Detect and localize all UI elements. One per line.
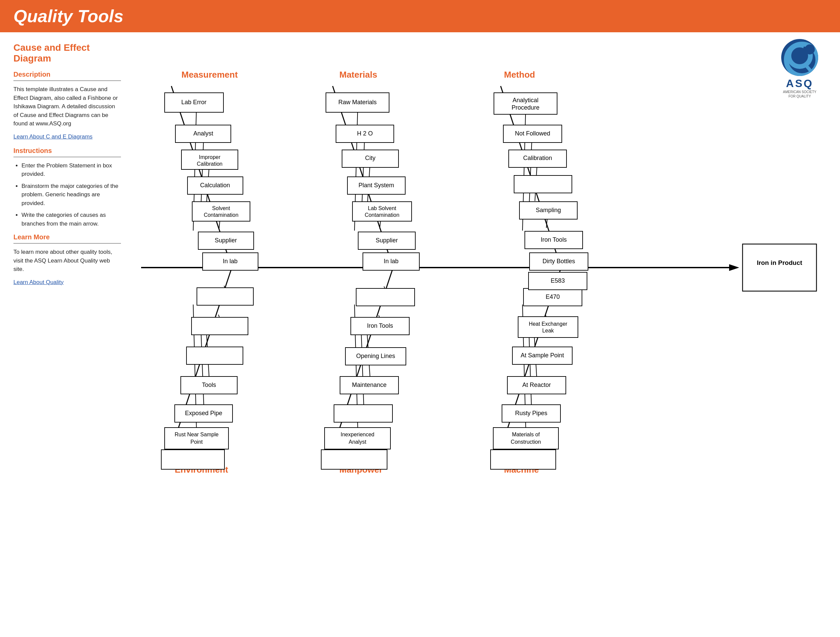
text-inexperienced-1: Inexperienced — [341, 432, 375, 437]
box-env-empty1[interactable] — [186, 347, 243, 364]
text-analyst: Analyst — [193, 130, 213, 137]
box-analytical[interactable] — [494, 93, 557, 114]
box-env-empty2[interactable] — [191, 317, 248, 335]
page-subtitle: Cause and Effect Diagram — [13, 43, 121, 64]
text-calculation: Calculation — [200, 182, 230, 188]
main-content: Cause and Effect Diagram Description Thi… — [0, 32, 840, 637]
text-e470: E470 — [546, 294, 560, 300]
sidebar: Cause and Effect Diagram Description Thi… — [13, 43, 131, 637]
problem-text-1: Iron in Product — [757, 259, 802, 266]
box-method-empty1[interactable] — [514, 175, 572, 193]
box-solvent-cont[interactable] — [192, 202, 250, 221]
text-improper-cal-1: Improper — [199, 154, 221, 160]
box-machine-large[interactable] — [491, 450, 556, 469]
box-inexperienced[interactable] — [325, 428, 390, 449]
instructions-list: Enter the Problem Statement in box provi… — [13, 161, 121, 228]
bullet-1: Enter the Problem Statement in box provi… — [22, 161, 121, 179]
learn-more-text: To learn more about other quality tools,… — [13, 248, 121, 273]
text-iron-tools-manpower: Iron Tools — [367, 322, 393, 329]
text-raw-materials: Raw Materials — [338, 99, 377, 106]
description-heading: Description — [13, 71, 121, 78]
instructions-heading: Instructions — [13, 147, 121, 155]
header-bar: Quality Tools — [0, 0, 840, 32]
diagram-area: ASQ AMERICAN SOCIETYFOR QUALITY — [131, 43, 827, 637]
text-improper-cal-2: Calibration — [197, 161, 223, 167]
text-heat-exchanger-1: Heat Exchanger — [529, 321, 567, 327]
box-env-empty3[interactable] — [197, 288, 253, 305]
box-lab-solvent[interactable] — [352, 202, 412, 221]
box-manpower-empty2[interactable] — [356, 288, 415, 306]
svg-line-3 — [804, 63, 811, 71]
text-iron-tools-method: Iron Tools — [541, 236, 567, 243]
text-analytical-2: Procedure — [512, 104, 539, 111]
text-rust-near-1: Rust Near Sample — [175, 432, 219, 437]
asq-subtext: AMERICAN SOCIETYFOR QUALITY — [773, 90, 827, 98]
text-supplier-meas: Supplier — [215, 237, 237, 244]
text-maintenance: Maintenance — [352, 381, 387, 388]
text-mat-construction-2: Construction — [511, 439, 541, 445]
asq-logo-circle — [781, 39, 818, 76]
svg-point-2 — [804, 44, 812, 52]
divider-1 — [13, 81, 121, 81]
text-lab-error: Lab Error — [181, 99, 206, 106]
text-opening-lines: Opening Lines — [356, 352, 395, 359]
label-materials: Materials — [339, 70, 377, 80]
asq-logo-svg — [781, 39, 818, 76]
asq-text: ASQ — [773, 77, 827, 90]
text-rusty-pipes: Rusty Pipes — [515, 410, 547, 416]
text-solvent-1: Solvent — [212, 205, 230, 211]
text-inlab-meas: In lab — [223, 258, 238, 264]
learn-more-heading: Learn More — [13, 233, 121, 241]
text-sampling: Sampling — [535, 207, 561, 213]
text-dirty-bottles: Dirty Bottles — [542, 258, 575, 264]
divider-2 — [13, 156, 121, 157]
text-lab-solvent-1: Lab Solvent — [368, 205, 396, 211]
problem-box[interactable] — [742, 244, 816, 291]
box-rust-near[interactable] — [165, 428, 229, 449]
box-manpower-empty1[interactable] — [334, 405, 392, 422]
asq-logo: ASQ AMERICAN SOCIETYFOR QUALITY — [773, 39, 827, 98]
svg-point-1 — [789, 45, 810, 66]
ce-diagram-link[interactable]: Learn About C and E Diagrams — [13, 133, 121, 140]
text-inlab-mat: In lab — [384, 258, 398, 264]
bullet-2: Brainstorm the major categories of the p… — [22, 182, 121, 208]
text-analytical-1: Analytical — [512, 97, 538, 104]
quality-link[interactable]: Learn About Quality — [13, 279, 121, 286]
text-calibration: Calibration — [523, 155, 552, 161]
label-method: Method — [504, 70, 535, 80]
svg-point-0 — [782, 40, 817, 75]
divider-3 — [13, 243, 121, 244]
box-env-large[interactable] — [161, 450, 224, 469]
box-heat-exchanger[interactable] — [518, 317, 578, 338]
text-inexperienced-2: Analyst — [349, 439, 366, 445]
fishbone-svg: Measurement Materials Method Environment… — [131, 59, 820, 637]
text-heat-exchanger-2: Leak — [542, 328, 554, 334]
text-mat-construction-1: Materials of — [512, 432, 540, 437]
text-lab-solvent-2: Contamination — [365, 212, 399, 218]
text-not-followed: Not Followed — [515, 130, 550, 137]
text-exposed-pipe: Exposed Pipe — [185, 410, 222, 416]
text-h2o: H 2 O — [357, 130, 373, 137]
box-mat-construction[interactable] — [493, 428, 559, 449]
text-at-sample-point: At Sample Point — [521, 352, 564, 359]
page-title: Quality Tools — [13, 6, 123, 26]
bullet-3: Write the categories of causes as branch… — [22, 211, 121, 228]
text-city: City — [365, 155, 376, 161]
box-manpower-large[interactable] — [321, 450, 387, 469]
label-measurement: Measurement — [182, 70, 238, 80]
text-plant-system: Plant System — [358, 182, 394, 188]
text-solvent-2: Contamination — [204, 212, 238, 218]
text-rust-near-2: Point — [191, 439, 203, 445]
text-at-reactor: At Reactor — [522, 381, 551, 388]
text-e583: E583 — [551, 277, 565, 284]
text-tools: Tools — [202, 381, 216, 388]
description-text: This template illustrates a Cause and Ef… — [13, 85, 121, 128]
svg-marker-5 — [729, 264, 739, 271]
text-supplier-mat: Supplier — [376, 237, 398, 244]
